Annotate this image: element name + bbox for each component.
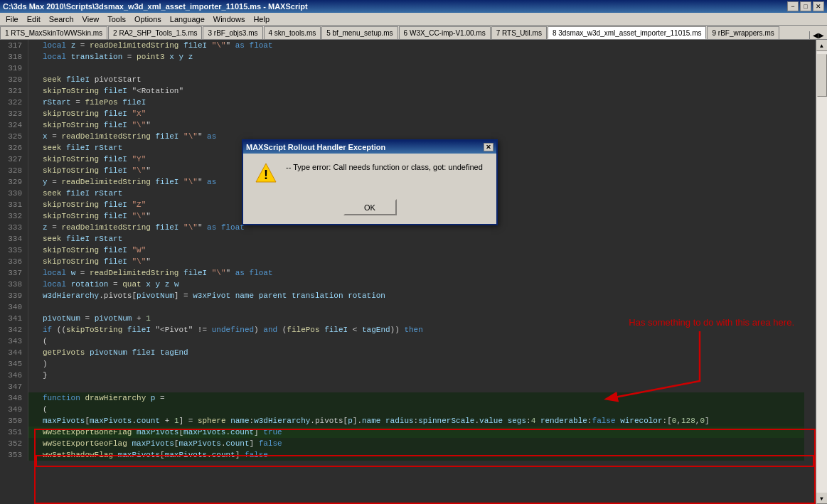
dialog-title: MAXScript Rollout Handler Exception <box>246 143 385 151</box>
vertical-scrollbar[interactable]: ▲ ▼ <box>816 40 827 504</box>
title-bar: C:\3ds Max 2010\Scripts\3dsmax_w3d_xml_a… <box>0 0 827 13</box>
tab-2[interactable]: 3 rBF_objs3.ms <box>203 26 262 39</box>
tab-0[interactable]: 1 RTS_MaxSkinToWWSkin.ms <box>0 26 107 39</box>
close-button[interactable]: ✕ <box>813 1 824 11</box>
warning-icon: ! <box>255 162 277 185</box>
dialog-message: -- Type error: Call needs function or cl… <box>286 162 485 173</box>
code-line-339: 339 w3dHierarchy.pivots[pivotNum] = w3xP… <box>0 290 804 301</box>
menu-language[interactable]: Language <box>166 13 209 25</box>
tab-5[interactable]: 6 W3X_CC-imp-V1.00.ms <box>399 26 491 39</box>
code-line-319: 319 <box>0 63 804 74</box>
code-area[interactable]: 317 local z = readDelimitedString fileI … <box>0 40 816 504</box>
code-line-343: 343 ( <box>0 336 804 347</box>
code-line-344: 344 getPivots pivotNum fileI tagEnd <box>0 347 804 358</box>
menu-view[interactable]: View <box>78 13 104 25</box>
scroll-thumb[interactable] <box>817 54 827 97</box>
code-line-347: 347 <box>0 381 804 392</box>
code-line-321: 321 skipToString fileI "<Rotation" <box>0 85 804 97</box>
code-line-348: 348function drawHierarchy p = <box>0 392 804 404</box>
code-line-322: 322 rStart = filePos fileI <box>0 97 804 108</box>
code-line-323: 323 skipToString fileI "X" <box>0 108 804 119</box>
menu-bar: File Edit Search View Tools Options Lang… <box>0 13 827 26</box>
tab-1[interactable]: 2 RA2_SHP_Tools_1.5.ms <box>108 26 202 39</box>
tab-scroll-right[interactable]: ▶ <box>818 31 824 39</box>
code-line-349: 349( <box>0 404 804 415</box>
code-line-351: 351 wwSetExportBoneFlag maxPivots[maxPiv… <box>0 427 804 438</box>
tab-3[interactable]: 4 skn_tools.ms <box>264 26 321 39</box>
error-dialog[interactable]: MAXScript Rollout Handler Exception ✕ ! … <box>242 139 498 225</box>
code-line-345: 345 ) <box>0 358 804 370</box>
code-line-320: 320 seek fileI pivotStart <box>0 74 804 85</box>
dialog-body: ! -- Type error: Call needs function or … <box>243 154 496 193</box>
code-line-324: 324 skipToString fileI "\"" <box>0 119 804 131</box>
menu-options[interactable]: Options <box>130 13 166 25</box>
tab-bar: 1 RTS_MaxSkinToWWSkin.ms 2 RA2_SHP_Tools… <box>0 26 827 40</box>
window-title: C:\3ds Max 2010\Scripts\3dsmax_w3d_xml_a… <box>3 2 308 11</box>
code-line-346: 346} <box>0 370 804 381</box>
code-line-335: 335 skipToString fileI "W" <box>0 245 804 256</box>
menu-file[interactable]: File <box>1 13 23 25</box>
code-line-334: 334 seek fileI rStart <box>0 233 804 245</box>
tab-8[interactable]: 9 rBF_wrappers.ms <box>707 26 779 39</box>
menu-search[interactable]: Search <box>45 13 78 25</box>
menu-tools[interactable]: Tools <box>103 13 130 25</box>
dialog-footer: OK <box>243 193 496 224</box>
code-lines: 317 local z = readDelimitedString fileI … <box>0 40 804 504</box>
code-line-352: 352 wwSetExportGeoFlag maxPivots[maxPivo… <box>0 438 804 449</box>
code-line-337: 337 local w = readDelimitedString fileI … <box>0 267 804 279</box>
scroll-track[interactable] <box>816 51 827 493</box>
scroll-down-button[interactable]: ▼ <box>816 493 828 504</box>
window-controls: − □ ✕ <box>787 1 824 11</box>
code-line-342: 342 if ((skipToString fileI "<Pivot" != … <box>0 324 804 336</box>
menu-windows[interactable]: Windows <box>209 13 250 25</box>
svg-text:!: ! <box>264 168 268 182</box>
tab-7[interactable]: 8 3dsmax_w3d_xml_asset_importer_11015.ms <box>548 26 707 39</box>
maximize-button[interactable]: □ <box>800 1 811 11</box>
code-line-353: 353 wwSetShadowFlag maxPivots[maxPivots.… <box>0 449 804 461</box>
tab-6[interactable]: 7 RTS_Util.ms <box>491 26 547 39</box>
menu-edit[interactable]: Edit <box>23 13 45 25</box>
dialog-close-button[interactable]: ✕ <box>484 143 493 151</box>
code-line-318: 318 local translation = point3 x y z <box>0 51 804 63</box>
code-line-317: 317 local z = readDelimitedString fileI … <box>0 40 804 51</box>
editor-area: 317 local z = readDelimitedString fileI … <box>0 40 827 504</box>
scroll-up-button[interactable]: ▲ <box>816 40 828 51</box>
code-line-336: 336 skipToString fileI "\"" <box>0 256 804 267</box>
dialog-title-bar: MAXScript Rollout Handler Exception ✕ <box>243 141 496 154</box>
tab-4[interactable]: 5 bf_menu_setup.ms <box>321 26 398 39</box>
code-line-350: 350 maxPivots[maxPivots.count + 1] = sph… <box>0 415 804 427</box>
minimize-button[interactable]: − <box>787 1 799 11</box>
dialog-ok-button[interactable]: OK <box>343 199 397 215</box>
code-line-340: 340 <box>0 301 804 313</box>
tab-scroll-left[interactable]: ◀ <box>813 31 818 39</box>
menu-help[interactable]: Help <box>249 13 274 25</box>
code-line-338: 338 local rotation = quat x y z w <box>0 279 804 290</box>
code-line-341: 341 pivotNum = pivotNum + 1 <box>0 313 804 324</box>
